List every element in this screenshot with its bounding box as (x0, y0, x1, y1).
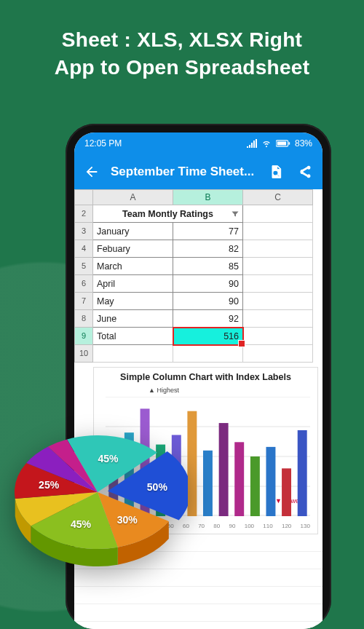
status-time: 12:05 PM (84, 138, 122, 149)
cell[interactable] (243, 258, 313, 275)
bar (187, 411, 197, 516)
row-header[interactable]: 7 (74, 293, 93, 310)
signal-icon (247, 139, 257, 148)
selected-cell[interactable]: 516 (173, 328, 243, 345)
x-tick: 130 (301, 523, 310, 529)
search-button[interactable] (266, 162, 286, 182)
cell[interactable] (243, 240, 313, 258)
row-header[interactable]: 2 (74, 205, 93, 223)
bar (298, 430, 307, 516)
status-indicators: 83% (247, 138, 312, 149)
merged-header-cell[interactable]: Team Montly Ratings (93, 205, 243, 223)
table-row: 7May90 (74, 293, 323, 310)
row-header[interactable]: 4 (74, 240, 93, 258)
column-chart-title: Simple Column Chart with Index Labels (94, 368, 317, 392)
cell[interactable]: 85 (173, 258, 243, 275)
pie-label: 50% (147, 481, 167, 493)
x-tick: 120 (282, 523, 291, 529)
corner-cell[interactable] (74, 189, 93, 205)
table-row: 6April90 (74, 275, 323, 293)
table-row: 8June92 (74, 310, 323, 328)
cell[interactable]: March (93, 258, 173, 275)
cell[interactable] (243, 345, 313, 363)
bar (266, 447, 275, 516)
col-header-A[interactable]: A (93, 189, 173, 205)
row-header[interactable]: 10 (74, 345, 93, 363)
pie-label: 30% (117, 514, 138, 526)
row-header[interactable]: 6 (74, 275, 93, 293)
battery-icon (276, 139, 290, 148)
column-headers: A B C (74, 189, 323, 205)
cell[interactable] (243, 223, 313, 240)
col-header-C[interactable]: C (243, 189, 313, 205)
table-row: 4Febuary82 (74, 240, 323, 258)
back-button[interactable] (82, 162, 102, 182)
bar (219, 423, 229, 516)
pie-chart-svg (7, 414, 188, 581)
cell[interactable] (243, 328, 313, 345)
filter-icon[interactable] (231, 210, 240, 218)
cell[interactable]: 77 (173, 223, 243, 240)
cell[interactable]: 90 (173, 275, 243, 293)
appbar-title: September Time Sheet... (111, 165, 257, 179)
search-in-page-icon (269, 165, 283, 179)
annotation-highest: ▲ Highest (149, 387, 179, 394)
rows: 2Team Montly Ratings3January774Febuary82… (74, 205, 323, 363)
row-header[interactable]: 9 (74, 328, 93, 345)
x-tick: 110 (263, 523, 272, 529)
row-header[interactable]: 8 (74, 310, 93, 328)
battery-percent: 83% (295, 138, 312, 149)
cell[interactable]: May (93, 293, 173, 310)
cell[interactable]: Febuary (93, 240, 173, 258)
bar (234, 442, 244, 516)
app-bar: September Time Sheet... (74, 154, 323, 189)
arrow-left-icon (84, 164, 100, 180)
table-row: 5March85 (74, 258, 323, 275)
table-row: 3January77 (74, 223, 323, 240)
x-tick: 100 (245, 523, 254, 529)
hero-line1: Sheet : XLS, XLSX Right (15, 26, 349, 54)
bar (282, 468, 291, 516)
pie-label: 45% (71, 518, 91, 530)
svg-rect-2 (288, 142, 290, 144)
cell[interactable]: 92 (173, 310, 243, 328)
cell[interactable]: Total (93, 328, 173, 345)
pie-chart: 45%50%30%45%25% (7, 414, 188, 581)
cell[interactable] (243, 275, 313, 293)
cell[interactable] (243, 205, 313, 223)
col-header-B[interactable]: B (173, 189, 243, 205)
cell[interactable]: 82 (173, 240, 243, 258)
pie-label: 25% (39, 479, 59, 491)
share-button[interactable] (295, 162, 315, 182)
table-row: 9Total516 (74, 328, 323, 345)
hero-title: Sheet : XLS, XLSX Right App to Open Spre… (0, 0, 364, 100)
cell[interactable]: June (93, 310, 173, 328)
table-row: 2Team Montly Ratings (74, 205, 323, 223)
x-tick: 80 (213, 523, 220, 529)
pie-label: 45% (98, 453, 118, 464)
cell[interactable] (173, 345, 243, 363)
status-bar: 12:05 PM 83% (74, 132, 323, 154)
cell[interactable] (243, 310, 313, 328)
cell[interactable]: 90 (173, 293, 243, 310)
share-icon (298, 165, 312, 179)
cell[interactable]: April (93, 275, 173, 293)
hero-line2: App to Open Spreadsheet (15, 54, 349, 82)
cell[interactable] (243, 293, 313, 310)
row-header[interactable]: 5 (74, 258, 93, 275)
bar (203, 451, 213, 516)
svg-rect-1 (277, 142, 287, 146)
wifi-icon (261, 139, 272, 148)
bar (250, 456, 260, 516)
x-tick: 90 (229, 523, 236, 529)
x-tick: 70 (198, 523, 205, 529)
cell[interactable]: January (93, 223, 173, 240)
row-header[interactable]: 3 (74, 223, 93, 240)
cell[interactable] (93, 345, 173, 363)
